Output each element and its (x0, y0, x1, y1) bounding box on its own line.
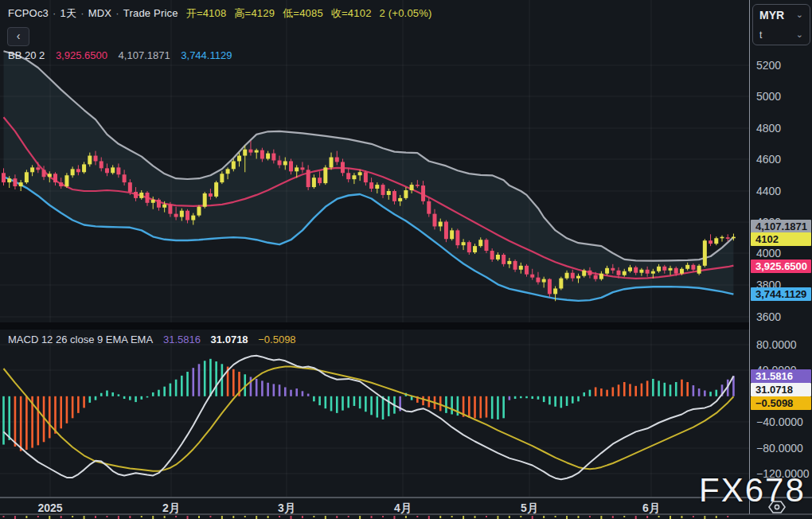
bb-indicator-legend[interactable]: BB 20 2 3,925.6500 4,107.1871 3,744.1129 (8, 49, 232, 61)
separator-dot: · (80, 7, 84, 19)
macd-axis-badge: 31.5816 (751, 369, 811, 383)
price-tick-label: 3600 (756, 310, 781, 323)
bb-basis-value: 3,925.6500 (56, 49, 107, 61)
currency-value: MYR (759, 9, 784, 21)
exchange-label: MDX (88, 7, 112, 19)
separator-dot: · (53, 7, 57, 19)
time-axis-label[interactable]: 6月 (642, 501, 660, 516)
macd-tick-label: −80.0000 (756, 442, 803, 455)
ohlc-low: 低=4085 (283, 7, 323, 19)
macd-axis-badge: −0.5098 (751, 396, 811, 410)
bb-lower-value: 3,744.1129 (181, 49, 232, 61)
time-axis-label[interactable]: 5月 (521, 501, 538, 516)
gear-icon (767, 498, 787, 516)
macd-tick-label: 80.0000 (756, 338, 797, 351)
price-tick-label: 5200 (756, 59, 781, 72)
price-tick-label: 4000 (756, 247, 781, 260)
macd-tick-label: −40.0000 (756, 416, 803, 428)
back-arrow-icon: ‹ (17, 29, 21, 42)
ohlc-open: 开=4108 (186, 7, 227, 19)
interval-label[interactable]: 1天 (61, 7, 77, 19)
ohlc-high: 高=4129 (234, 7, 275, 19)
time-axis-label[interactable]: 2025 (37, 501, 62, 514)
bb-upper-value: 4,107.1871 (119, 49, 170, 61)
candlestick-macd-chart[interactable] (0, 0, 812, 519)
macd-indicator-legend[interactable]: MACD 12 26 close 9 EMA EMA 31.5816 31.07… (8, 334, 296, 345)
change-value: 2 (+0.05%) (380, 7, 432, 19)
symbol-name[interactable]: FCPOc3 (8, 7, 49, 19)
time-axis-label[interactable]: 4月 (394, 501, 412, 516)
chevron-down-icon: ⌄ (796, 10, 803, 20)
fx678-watermark: FX678 (699, 471, 806, 509)
price-axis-badge: 4,107.1871 (751, 220, 811, 233)
unit-dropdown[interactable]: t ⌄ (753, 25, 810, 45)
back-button[interactable]: ‹ (7, 27, 29, 46)
price-tick-label: 4800 (756, 122, 781, 135)
series-type-label: Trade Price (123, 7, 178, 19)
currency-unit-selector: MYR ⌄ t ⌄ (752, 4, 810, 45)
price-axis-badge: 3,744.1129 (751, 287, 811, 301)
macd-hist-value: 31.5816 (163, 334, 201, 345)
price-tick-label: 5000 (756, 90, 781, 103)
macd-line-value: 31.0718 (211, 334, 248, 345)
price-axis-badge: 4102 (751, 232, 811, 246)
macd-axis-badge: 31.0718 (751, 383, 811, 396)
trading-chart-app: FCPOc3·1天·MDX·Trade Price开=4108高=4129低=4… (0, 0, 812, 519)
time-axis-settings-button[interactable] (767, 498, 787, 516)
time-axis-label[interactable]: 2月 (162, 501, 180, 516)
time-axis-label[interactable]: 3月 (278, 501, 295, 516)
macd-signal-value: −0.5098 (258, 334, 295, 345)
symbol-header: FCPOc3·1天·MDX·Trade Price开=4108高=4129低=4… (8, 6, 432, 21)
price-tick-label: 4400 (756, 185, 781, 197)
ohlc-close: 收=4102 (331, 7, 372, 19)
price-tick-label: 4600 (756, 153, 781, 166)
price-axis-badge: 3,925.6500 (751, 260, 811, 273)
unit-value: t (759, 29, 762, 41)
macd-label: MACD 12 26 close 9 EMA EMA (8, 334, 152, 345)
chevron-down-icon: ⌄ (796, 29, 803, 40)
bb-label: BB 20 2 (8, 49, 45, 61)
currency-dropdown[interactable]: MYR ⌄ (753, 5, 810, 25)
separator-dot: · (115, 7, 119, 19)
